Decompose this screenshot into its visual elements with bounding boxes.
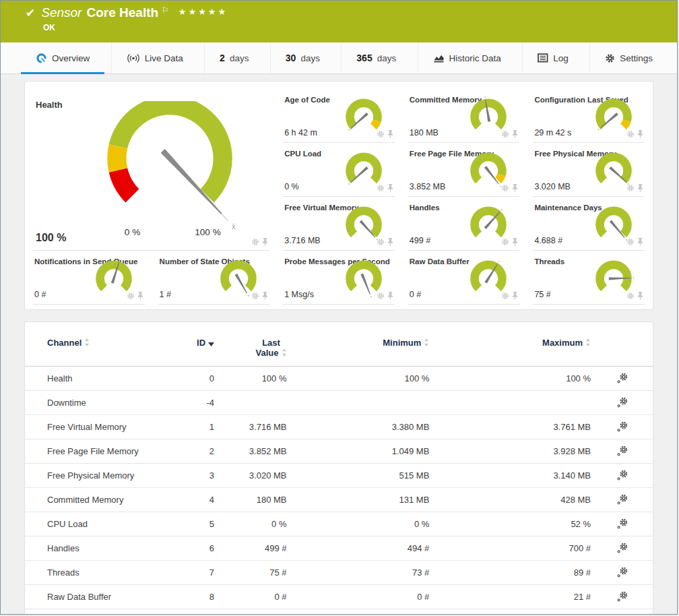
channel-settings-gear-icon[interactable] [616, 373, 628, 384]
gauge-settings-gear-icon[interactable] [626, 184, 635, 192]
gauge-title: Threads [534, 257, 564, 266]
channel-last-value-cell: 3.716 MB [215, 415, 287, 439]
channel-settings-gear-icon[interactable] [616, 445, 628, 457]
gauge-settings-gear-icon[interactable] [377, 184, 385, 192]
gauge-settings-gear-icon[interactable] [377, 292, 385, 300]
gauge-settings-gear-icon[interactable] [501, 184, 509, 192]
pin-icon[interactable] [637, 130, 643, 138]
gauge-settings-gear-icon[interactable] [501, 130, 509, 138]
tab-historic-data[interactable]: Historic Data [418, 42, 516, 73]
tab-live-data[interactable]: Live Data [111, 42, 198, 73]
pin-icon[interactable] [637, 184, 643, 192]
column-header-id[interactable]: ID [174, 337, 215, 367]
gauge-settings-gear-icon[interactable] [501, 238, 509, 246]
pin-icon[interactable] [262, 238, 268, 246]
pin-icon[interactable] [387, 292, 393, 300]
tab-label: Historic Data [449, 53, 501, 63]
sensor-kind-label: Sensor [41, 5, 82, 20]
channel-last-value-cell: 3.020 MB [215, 464, 287, 488]
gauge-value: 3.020 MB [534, 182, 571, 191]
gauge-value: 499 # [410, 236, 430, 245]
tab-30-days[interactable]: 30 days [270, 42, 335, 73]
channel-maximum-cell: 52 % [430, 512, 591, 536]
gauge-cell-committed-memory: Committed Memory 180 MB [408, 89, 520, 143]
tab-bar: Overview Live Data 2 days 30 days 365 da… [1, 42, 677, 74]
gauge-cell-icons [377, 184, 393, 192]
gauge-settings-gear-icon[interactable] [377, 130, 385, 138]
overview-content: Health x̄0 %100 % 100 % Age of Code 6 h … [1, 74, 677, 615]
gauge-settings-gear-icon[interactable] [127, 292, 135, 300]
gauge-cell-free-physical-memory: Free Physical Memory 3.020 MB [533, 143, 645, 197]
column-header-minimum[interactable]: Minimum [288, 337, 430, 367]
gauge-settings-gear-icon[interactable] [501, 292, 509, 300]
channel-settings-gear-icon[interactable] [616, 470, 628, 481]
table-row: Committed Memory 4 180 MB 131 MB 428 MB [25, 488, 653, 512]
tab-label: Log [553, 53, 569, 63]
pin-icon[interactable] [262, 292, 268, 300]
gauges-panel: Health x̄0 %100 % 100 % Age of Code 6 h … [24, 81, 653, 310]
flag-icon[interactable]: ⚐ [162, 5, 169, 15]
channel-maximum-cell: 100 % [430, 367, 591, 391]
gauge-settings-gear-icon[interactable] [251, 238, 259, 246]
column-header-maximum[interactable]: Maximum [430, 337, 591, 367]
channel-id-cell: 7 [174, 561, 215, 585]
channel-id-cell: 3 [174, 464, 215, 488]
tab-2-days[interactable]: 2 days [204, 42, 263, 73]
channel-maximum-cell: 700 # [430, 536, 591, 561]
channel-settings-gear-icon[interactable] [616, 397, 628, 408]
channel-id-cell: 5 [174, 512, 215, 536]
channel-minimum-cell: 100 % [288, 367, 430, 391]
pin-icon[interactable] [637, 292, 643, 300]
pin-icon[interactable] [387, 238, 393, 246]
channel-settings-gear-icon[interactable] [616, 518, 628, 530]
tab-number: 365 [356, 53, 372, 63]
channels-panel: Channel ID Last Value Minimum [24, 321, 653, 615]
channel-last-value-cell: 0 # [215, 585, 287, 609]
tab-overview[interactable]: Overview [21, 42, 104, 73]
channel-name-cell: Committed Memory [25, 488, 174, 512]
gauge-settings-gear-icon[interactable] [377, 238, 385, 246]
gauge-cell-icons [501, 184, 518, 192]
gauge-settings-gear-icon[interactable] [626, 238, 635, 246]
svg-text:0 %: 0 % [125, 227, 140, 237]
tab-settings[interactable]: Settings [589, 42, 668, 73]
channel-settings-gear-icon[interactable] [616, 567, 628, 578]
table-row: Threads 7 75 # 73 # 89 # [25, 561, 653, 585]
pin-icon[interactable] [512, 130, 518, 138]
channel-settings-gear-icon[interactable] [616, 421, 628, 433]
channel-last-value-cell: 75 # [215, 561, 287, 585]
channel-settings-gear-icon[interactable] [616, 543, 628, 554]
pin-icon[interactable] [637, 238, 643, 246]
channel-settings-gear-icon[interactable] [616, 591, 628, 603]
gauge-settings-gear-icon[interactable] [626, 130, 635, 138]
gauge-cell-number-of-state-objects: Number of State Objects 1 # [158, 251, 270, 305]
sensor-header: ✔ Sensor Core Health ⚐ ★★★★★ OK [1, 1, 677, 42]
prtg-sensor-window: ✔ Sensor Core Health ⚐ ★★★★★ OK Overview [0, 0, 678, 615]
column-label: Value [256, 348, 279, 358]
gauge-settings-gear-icon[interactable] [626, 292, 635, 300]
channel-settings-gear-icon[interactable] [616, 494, 628, 505]
channels-table: Channel ID Last Value Minimum [25, 337, 653, 609]
pin-icon[interactable] [387, 184, 393, 192]
pin-icon[interactable] [512, 184, 518, 192]
channel-last-value-cell: 0 % [215, 512, 287, 536]
column-header-channel[interactable]: Channel [25, 337, 174, 367]
tab-log[interactable]: Log [522, 42, 583, 73]
tab-365-days[interactable]: 365 days [341, 42, 411, 73]
gauge-title: CPU Load [284, 150, 321, 158]
gauge-settings-gear-icon[interactable] [251, 292, 259, 300]
gauge-value: 75 # [534, 290, 550, 299]
pin-icon[interactable] [387, 130, 393, 138]
gauge-value: 0 # [410, 290, 421, 299]
channel-last-value-cell: 499 # [215, 536, 287, 561]
table-row: Free Physical Memory 3 3.020 MB 515 MB 3… [25, 464, 653, 488]
column-header-last-value[interactable]: Last Value [215, 337, 287, 367]
sort-icon [424, 338, 429, 346]
pin-icon[interactable] [512, 292, 518, 300]
table-row: Free Page File Memory 2 3.852 MB 1.049 M… [25, 439, 653, 464]
pin-icon[interactable] [512, 238, 518, 246]
channel-id-cell: -4 [174, 391, 215, 415]
gauge-icon [36, 53, 47, 64]
priority-stars[interactable]: ★★★★★ [179, 7, 228, 17]
pin-icon[interactable] [137, 292, 143, 300]
